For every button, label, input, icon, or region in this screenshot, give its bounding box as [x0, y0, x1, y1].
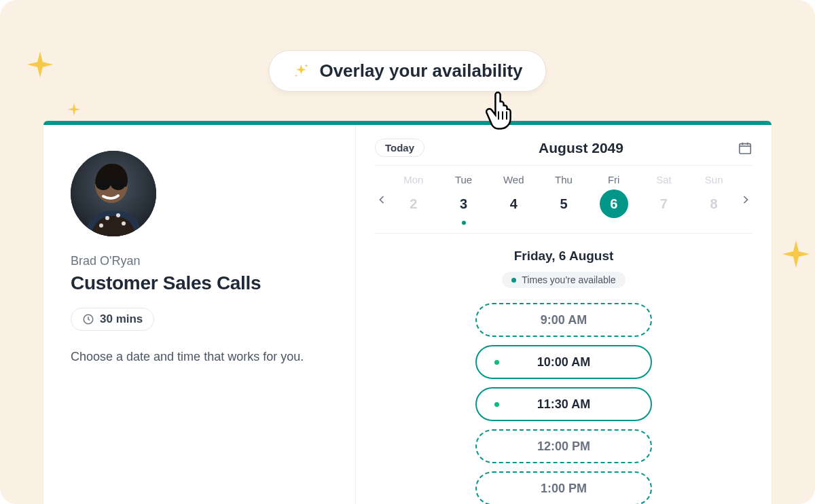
calendar-day-weekday: Sat [639, 174, 689, 185]
calendar-day-number: 5 [549, 190, 578, 218]
calendar-day-weekday: Wed [488, 174, 539, 185]
calendar-day[interactable]: Thu5 [539, 174, 589, 225]
calendar-day: Mon2 [388, 174, 439, 225]
booking-description: Choose a date and time that works for yo… [71, 350, 336, 364]
calendar-day[interactable]: Tue3 [439, 174, 489, 225]
calendar-day-number: 3 [450, 190, 478, 218]
calendar-day: Sun8 [689, 174, 739, 225]
duration-chip: 30 mins [71, 308, 154, 331]
timeslot[interactable]: 11:30 AM [475, 387, 652, 421]
availability-dot-icon [511, 278, 516, 283]
prev-week-button[interactable] [375, 193, 388, 206]
overlay-availability-button[interactable]: Overlay your availability [268, 50, 546, 92]
sparkle-icon [24, 49, 56, 80]
calendar-day[interactable]: Fri6 [589, 174, 639, 225]
timeslot[interactable]: 12:00 PM [475, 429, 652, 463]
pointer-cursor-icon [484, 87, 518, 130]
booking-page-title: Customer Sales Calls [71, 272, 336, 294]
clock-icon [82, 313, 94, 325]
calendar-day-weekday: Fri [589, 174, 639, 185]
calendar-header: Today August 2049 [375, 139, 753, 166]
svg-point-9 [116, 213, 120, 217]
availability-legend-label: Times you're available [522, 274, 615, 285]
calendar-day-weekday: Mon [388, 174, 439, 185]
svg-point-10 [99, 223, 103, 228]
calendar-day-weekday: Tue [439, 174, 489, 185]
week-strip: Mon2Tue3Wed4Thu5Fri6Sat7Sun8 [375, 174, 753, 234]
calendar-day-number: 6 [600, 190, 628, 218]
host-avatar [71, 151, 156, 236]
next-week-button[interactable] [739, 193, 753, 206]
timeslot[interactable]: 1:00 PM [475, 471, 652, 504]
calendar-panel: Today August 2049 Mon2Tue3Wed4Thu5Fri6Sa… [356, 125, 772, 504]
page-canvas: Overlay your availability [0, 0, 815, 504]
timeslot-list: 9:00 AM10:00 AM11:30 AM12:00 PM1:00 PM [375, 303, 753, 504]
sparkle-icon [67, 102, 82, 117]
timeslot[interactable]: 10:00 AM [475, 345, 652, 379]
timeslot-label: 12:00 PM [537, 439, 590, 454]
booking-info-panel: Brad O'Ryan Customer Sales Calls 30 mins… [43, 125, 356, 504]
timeslot-label: 10:00 AM [537, 355, 590, 370]
timeslot[interactable]: 9:00 AM [475, 303, 652, 337]
calendar-day-number: 2 [399, 190, 428, 218]
calendar-icon[interactable] [738, 141, 753, 156]
calendar-day-weekday: Thu [539, 174, 589, 185]
booking-card: Brad O'Ryan Customer Sales Calls 30 mins… [43, 121, 772, 504]
calendar-day-number: 7 [649, 190, 678, 218]
calendar-day: Sat7 [639, 174, 689, 225]
calendar-month-label: August 2049 [424, 140, 738, 156]
availability-legend: Times you're available [502, 272, 625, 288]
timeslot-label: 9:00 AM [541, 313, 587, 327]
today-button[interactable]: Today [375, 139, 424, 157]
duration-label: 30 mins [100, 312, 143, 326]
svg-point-8 [105, 216, 109, 220]
svg-point-6 [111, 178, 126, 190]
today-dot-icon [462, 221, 466, 225]
overlay-availability-label: Overlay your availability [319, 60, 522, 82]
sparkle-icon [780, 238, 812, 270]
calendar-day-number: 8 [700, 190, 728, 218]
calendar-day-number: 4 [499, 190, 528, 218]
selected-date-label: Friday, 6 August [375, 249, 753, 264]
svg-point-11 [122, 221, 126, 226]
available-dot-icon [494, 402, 499, 407]
sparkles-icon [292, 62, 310, 80]
timeslot-label: 11:30 AM [537, 397, 590, 412]
calendar-day[interactable]: Wed4 [488, 174, 539, 225]
svg-rect-13 [740, 143, 751, 154]
timeslot-label: 1:00 PM [541, 482, 587, 496]
svg-rect-7 [110, 183, 113, 185]
calendar-day-weekday: Sun [689, 174, 739, 185]
host-name: Brad O'Ryan [71, 254, 336, 268]
available-dot-icon [494, 360, 499, 365]
svg-point-5 [96, 178, 111, 190]
